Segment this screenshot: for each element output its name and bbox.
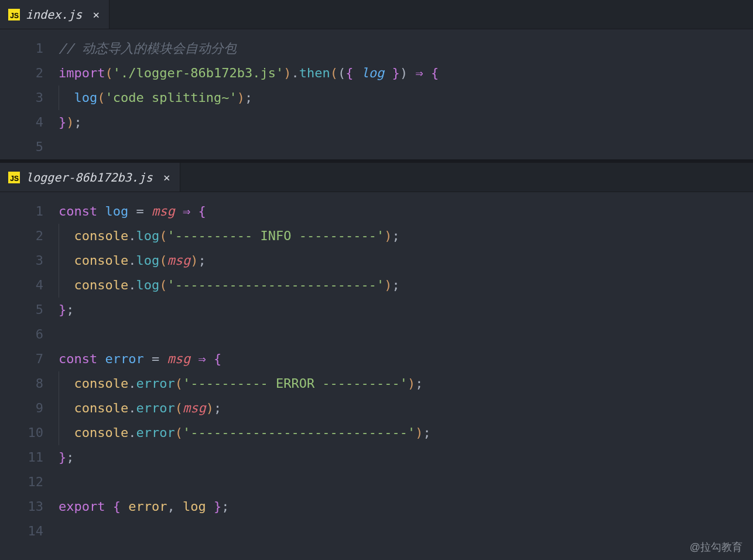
code-token: ( <box>175 401 183 415</box>
js-file-icon: JS <box>8 172 20 183</box>
code-area[interactable]: const log = msg ⇒ { console.log('-------… <box>59 199 753 544</box>
code-line[interactable]: }; <box>59 298 753 322</box>
code-token: error <box>105 351 143 366</box>
code-token: , <box>167 499 174 514</box>
code-token: ( <box>175 376 183 391</box>
code-line[interactable] <box>59 470 753 494</box>
line-number: 12 <box>0 470 43 494</box>
code-token: . <box>128 253 136 268</box>
code-token: ( <box>159 278 167 292</box>
code-line[interactable]: import('./logger-86b172b3.js').then(({ l… <box>59 61 753 86</box>
code-line[interactable]: log('code splitting~'); <box>59 86 753 110</box>
code-token <box>190 204 198 218</box>
code-token: . <box>128 278 136 292</box>
code-token: ; <box>245 90 252 105</box>
line-number: 13 <box>0 494 43 519</box>
line-number: 4 <box>0 273 43 298</box>
code-token <box>59 90 74 105</box>
code-line[interactable]: }; <box>59 445 753 470</box>
code-token <box>128 204 136 218</box>
code-token <box>144 351 152 366</box>
code-token: then <box>299 66 330 80</box>
close-icon[interactable]: × <box>163 172 170 183</box>
code-line[interactable]: console.error('---------- ERROR --------… <box>59 371 753 396</box>
code-line[interactable]: // 动态导入的模块会自动分包 <box>59 36 753 61</box>
code-token <box>105 499 112 514</box>
code-token: . <box>128 376 136 391</box>
watermark-text: @拉勾教育 <box>690 540 742 554</box>
code-token: log <box>183 499 206 514</box>
code-line[interactable] <box>59 135 753 159</box>
code-line[interactable]: console.error('-------------------------… <box>59 421 753 445</box>
code-token: . <box>291 66 299 80</box>
code-token <box>144 204 152 218</box>
code-token: ( <box>175 425 183 440</box>
code-token: console <box>74 425 129 440</box>
code-line[interactable]: export { error, log }; <box>59 494 753 519</box>
code-token: log <box>105 204 128 218</box>
code-token <box>59 253 74 268</box>
line-number: 1 <box>0 36 43 61</box>
line-number: 7 <box>0 347 43 371</box>
close-icon[interactable]: × <box>93 9 100 21</box>
code-editor[interactable]: 1234567891011121314 const log = msg ⇒ { … <box>0 192 753 544</box>
code-token: msg <box>183 401 206 415</box>
code-line[interactable] <box>59 322 753 347</box>
code-area[interactable]: // 动态导入的模块会自动分包import('./logger-86b172b3… <box>59 36 753 159</box>
code-token: } <box>384 66 400 80</box>
code-editor[interactable]: 12345 // 动态导入的模块会自动分包import('./logger-86… <box>0 29 753 159</box>
code-token: . <box>128 401 136 415</box>
tab-bar: JS logger-86b172b3.js × <box>0 163 753 192</box>
code-token: ; <box>74 115 82 129</box>
code-token: { <box>214 351 221 366</box>
code-token: import <box>59 66 105 80</box>
code-line[interactable]: console.log('---------- INFO ----------'… <box>59 224 753 248</box>
line-number: 6 <box>0 322 43 347</box>
code-token: ; <box>66 450 74 465</box>
code-line[interactable]: }); <box>59 110 753 135</box>
tab-logger-js[interactable]: JS logger-86b172b3.js × <box>0 163 180 192</box>
code-token: error <box>128 499 167 514</box>
code-line[interactable] <box>59 519 753 544</box>
code-token: ) <box>190 253 198 268</box>
code-token: msg <box>152 204 175 218</box>
code-line[interactable]: console.log(msg); <box>59 248 753 273</box>
code-token <box>159 351 167 366</box>
line-number-gutter: 1234567891011121314 <box>0 199 59 544</box>
tab-index-js[interactable]: JS index.js × <box>0 0 109 29</box>
js-file-icon: JS <box>8 9 20 21</box>
code-token: '---------- INFO ----------' <box>167 228 384 243</box>
code-token: } <box>59 115 66 129</box>
code-token <box>423 66 431 80</box>
code-token <box>206 351 214 366</box>
code-token <box>59 376 74 391</box>
line-number: 9 <box>0 396 43 421</box>
code-token: ⇒ <box>198 351 206 366</box>
code-token: error <box>136 425 174 440</box>
code-token <box>97 351 105 366</box>
code-line[interactable]: const error = msg ⇒ { <box>59 347 753 371</box>
line-number: 3 <box>0 86 43 110</box>
tab-filename: index.js <box>26 8 82 22</box>
code-token: msg <box>167 253 190 268</box>
code-token: error <box>136 401 174 415</box>
code-token: ( <box>159 253 167 268</box>
code-line[interactable]: console.error(msg); <box>59 396 753 421</box>
code-token <box>175 204 183 218</box>
code-token: ( <box>159 228 167 243</box>
code-line[interactable]: const log = msg ⇒ { <box>59 199 753 224</box>
line-number: 2 <box>0 224 43 248</box>
code-token <box>190 351 198 366</box>
code-token: ; <box>423 425 431 440</box>
line-number: 5 <box>0 298 43 322</box>
code-token <box>121 499 128 514</box>
code-token: '----------------------------' <box>183 425 415 440</box>
code-token: ) <box>400 66 408 80</box>
code-line[interactable]: console.log('--------------------------'… <box>59 273 753 298</box>
code-token: const <box>59 351 97 366</box>
code-token: ; <box>214 401 221 415</box>
code-token <box>59 278 74 292</box>
code-token: // 动态导入的模块会自动分包 <box>59 41 237 56</box>
code-token: . <box>128 228 136 243</box>
code-token: ; <box>221 499 229 514</box>
